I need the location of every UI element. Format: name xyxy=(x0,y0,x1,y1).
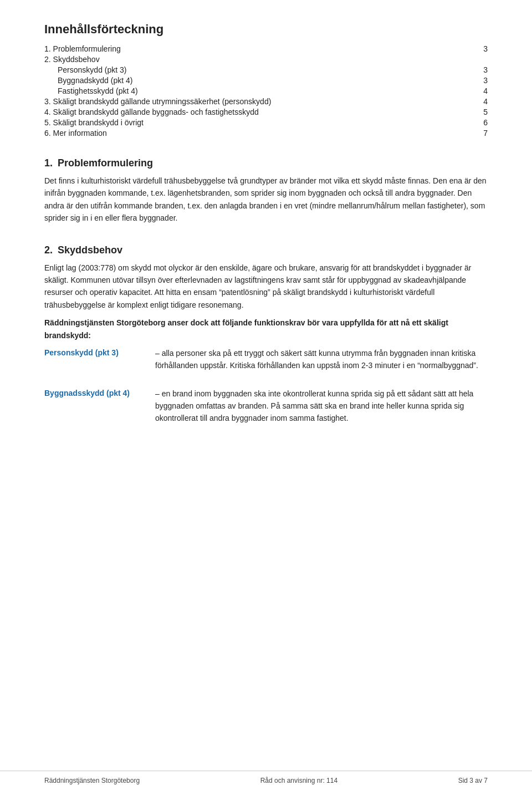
toc-item-2: 2. Skyddsbehov xyxy=(44,55,488,64)
main-content: Innehållsförteckning 1. Problemformuleri… xyxy=(0,0,532,771)
toc-item-6-label: 6. Mer information xyxy=(44,129,107,137)
toc-item-4-page: 5 xyxy=(477,108,488,116)
skydd-item-byggnad: Byggnadsskydd (pkt 4) – en brand inom by… xyxy=(44,388,488,425)
toc-item-4: 4. Skäligt brandskydd gällande byggnads-… xyxy=(44,108,488,116)
skydd-item-person: Personskydd (pkt 3) – alla personer ska … xyxy=(44,347,488,372)
section-1-text: Det finns i kulturhistoriskt värdefull t… xyxy=(44,175,488,225)
toc-item-fastighetsskydd-label: Fastighetsskydd (pkt 4) xyxy=(58,86,138,95)
toc-item-personskydd-page: 3 xyxy=(477,65,488,74)
toc-item-2-page xyxy=(477,55,488,64)
toc-item-3-page: 4 xyxy=(477,97,488,106)
toc-item-1-page: 3 xyxy=(477,44,488,53)
toc-item-fastighetsskydd-page: 4 xyxy=(477,86,488,95)
toc-item-6: 6. Mer information 7 xyxy=(44,129,488,137)
section-2-bold: Räddningstjänsten Storgöteborg anser doc… xyxy=(44,317,488,342)
page: Innehållsförteckning 1. Problemformuleri… xyxy=(0,0,532,790)
footer-center: Råd och anvisning nr: 114 xyxy=(260,777,337,784)
toc-item-5-label: 5. Skäligt brandskydd i övrigt xyxy=(44,118,144,127)
skydd-desc-person: – alla personer ska på ett tryggt och sä… xyxy=(155,347,488,372)
toc-item-3: 3. Skäligt brandskydd gällande utrymning… xyxy=(44,97,488,106)
toc-item-6-page: 7 xyxy=(477,129,488,137)
toc-item-byggnadskydd-label: Byggnadskydd (pkt 4) xyxy=(58,76,132,85)
table-of-contents: Innehållsförteckning 1. Problemformuleri… xyxy=(44,22,488,137)
toc-title: Innehållsförteckning xyxy=(44,22,488,37)
footer: Räddningstjänsten Storgöteborg Råd och a… xyxy=(0,771,532,790)
section-1-heading: 1. Problemformulering xyxy=(44,157,488,169)
footer-left: Räddningstjänsten Storgöteborg xyxy=(44,777,140,784)
skydd-label-byggnad: Byggnadsskydd (pkt 4) xyxy=(44,388,155,425)
footer-right: Sid 3 av 7 xyxy=(458,777,488,784)
skydd-label-person: Personskydd (pkt 3) xyxy=(44,347,155,372)
toc-item-personskydd: Personskydd (pkt 3) 3 xyxy=(44,65,488,74)
toc-item-5-page: 6 xyxy=(477,118,488,127)
toc-item-3-label: 3. Skäligt brandskydd gällande utrymning… xyxy=(44,97,271,106)
section-1: 1. Problemformulering Det finns i kultur… xyxy=(44,157,488,225)
toc-item-1-label: 1. Problemformulering xyxy=(44,44,121,53)
toc-item-byggnadskydd-page: 3 xyxy=(477,76,488,85)
section-2-text: Enligt lag (2003:778) om skydd mot olyck… xyxy=(44,262,488,312)
section-2: 2. Skyddsbehov Enligt lag (2003:778) om … xyxy=(44,244,488,425)
toc-item-5: 5. Skäligt brandskydd i övrigt 6 xyxy=(44,118,488,127)
toc-item-1: 1. Problemformulering 3 xyxy=(44,44,488,53)
section-2-heading: 2. Skyddsbehov xyxy=(44,244,488,256)
toc-item-byggnadskydd: Byggnadskydd (pkt 4) 3 xyxy=(44,76,488,85)
toc-item-2-label: 2. Skyddsbehov xyxy=(44,55,100,64)
toc-item-fastighetsskydd: Fastighetsskydd (pkt 4) 4 xyxy=(44,86,488,95)
skydd-desc-byggnad: – en brand inom byggnaden ska inte okont… xyxy=(155,388,488,425)
toc-item-personskydd-label: Personskydd (pkt 3) xyxy=(58,65,127,74)
toc-item-4-label: 4. Skäligt brandskydd gällande byggnads-… xyxy=(44,108,259,116)
